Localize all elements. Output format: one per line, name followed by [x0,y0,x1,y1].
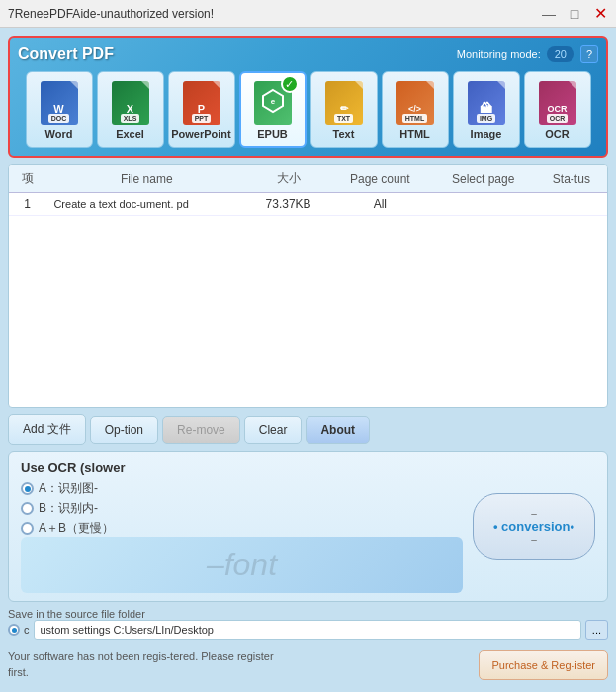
conversion-sub-bottom: – [493,534,574,545]
epub-icon-img: e ✓ [251,79,295,127]
footer: Your software has not been regis-tered. … [8,646,608,684]
cell-size: 73.37KB [247,193,329,216]
excel-icon-img: X XLS [109,79,152,127]
image-badge: IMG [477,114,495,123]
text-doc-icon: ✏ TXT [325,81,363,125]
html-icon-img: </> HTML [394,79,437,127]
remove-button[interactable]: Re-move [162,416,240,444]
image-icon-img: 🏔 IMG [465,79,508,127]
ppt-label: PowerPoint [171,129,231,140]
radio-b[interactable] [21,502,34,515]
format-html[interactable]: </> HTML HTML [382,71,449,148]
col-selectpage: Select page [431,165,536,193]
html-badge: HTML [402,114,427,123]
conversion-label: • conversion• [493,519,574,534]
ocr-doc-icon: OCR OCR [539,81,576,125]
ocr-font-preview: –font [21,537,463,593]
browse-button[interactable]: ... [585,620,608,640]
app-title: 7ReneePDFAide-unauthorized version! [8,7,214,21]
save-path-input[interactable] [34,620,581,640]
window-controls: — □ ✕ [541,6,608,22]
cell-status [536,193,607,216]
col-pagecount: Page count [329,165,431,193]
help-button[interactable]: ? [580,45,598,63]
ocr-option-a-label: A：识别图- [39,480,98,497]
ppt-badge: PPT [192,114,212,123]
file-table-container: 项 File name 大小 Page count Select page St… [8,164,608,408]
image-doc-icon: 🏔 IMG [468,81,505,125]
purchase-button[interactable]: Purchase & Reg-ister [479,650,608,680]
ocr-title: Use OCR (slower [21,460,463,475]
ppt-icon-img: P PPT [180,79,223,127]
save-path-container: c ... [8,620,608,640]
format-ocr[interactable]: OCR OCR OCR [524,71,591,148]
format-excel[interactable]: X XLS Excel [97,71,164,148]
action-buttons: Add 文件 Op-tion Re-move Clear About [8,414,608,445]
ocr-options: A：识别图- B：识别内- A＋B（更慢） [21,480,463,537]
add-file-button[interactable]: Add 文件 [8,414,86,445]
monitoring-text: Monitoring mode: [457,48,541,60]
format-ppt[interactable]: P PPT PowerPoint [168,71,235,148]
word-doc-icon: W DOC [41,81,78,125]
excel-badge: XLS [121,114,140,123]
save-section: Save in the source file folder c ... [8,608,608,640]
ocr-badge: OCR [547,114,569,123]
html-label: HTML [399,129,430,140]
radio-a[interactable] [21,482,34,495]
format-image[interactable]: 🏔 IMG Image [453,71,520,148]
ocr-label: OCR [545,129,569,140]
monitoring-toggle[interactable]: 20 [547,46,574,62]
maximize-button[interactable]: □ [567,6,582,22]
format-epub[interactable]: e ✓ EPUB [239,71,307,148]
ocr-section: Use OCR (slower A：识别图- B：识别内- A＋B（更慢） –f… [8,451,608,602]
monitoring-label: Monitoring mode: 20 [457,46,574,62]
html-doc-icon: </> HTML [396,81,434,125]
close-button[interactable]: ✕ [592,6,608,22]
col-status: Sta-tus [536,165,607,193]
ocr-option-ab[interactable]: A＋B（更慢） [21,520,463,537]
text-icon-img: ✏ TXT [322,79,366,127]
ocr-left: Use OCR (slower A：识别图- B：识别内- A＋B（更慢） –f… [21,460,463,593]
cell-pagecount: All [329,193,431,216]
cell-num: 1 [9,193,45,216]
col-size: 大小 [247,165,329,193]
ocr-option-b[interactable]: B：识别内- [21,500,463,517]
svg-text:e: e [270,97,275,106]
ocr-option-b-label: B：识别内- [39,500,98,517]
ocr-right: – • conversion• – [473,460,595,593]
excel-label: Excel [116,129,144,140]
save-label: Save in the source file folder [8,608,608,620]
convert-title: Convert PDF [18,45,114,63]
text-label: Text [333,129,355,140]
save-path-prefix: c [24,624,30,636]
file-table: 项 File name 大小 Page count Select page St… [9,165,607,216]
word-icon-img: W DOC [38,79,81,127]
minimize-button[interactable]: — [541,6,557,22]
about-button[interactable]: About [306,416,370,444]
word-badge: DOC [48,114,70,123]
ocr-option-a[interactable]: A：识别图- [21,480,463,497]
convert-section: Convert PDF Monitoring mode: 20 ? W DO [8,36,608,158]
word-label: Word [45,129,73,140]
option-button[interactable]: Op-tion [90,416,158,444]
ocr-option-ab-label: A＋B（更慢） [39,520,114,537]
conversion-button[interactable]: – • conversion• – [473,493,595,560]
ppt-doc-icon: P PPT [183,81,220,125]
clear-button[interactable]: Clear [244,416,303,444]
excel-doc-icon: X XLS [112,81,149,125]
format-text[interactable]: ✏ TXT Text [310,71,378,148]
save-radio[interactable] [8,624,20,636]
radio-ab[interactable] [21,522,34,535]
font-preview-text: –font [207,547,277,583]
cell-filename: Create a text doc-ument. pd [45,193,247,216]
epub-check-badge: ✓ [281,75,299,93]
col-filename: File name [45,165,247,193]
format-word[interactable]: W DOC Word [26,71,93,148]
convert-header: Convert PDF Monitoring mode: 20 ? [18,45,598,63]
table-row: 1 Create a text doc-ument. pd 73.37KB Al… [9,193,607,216]
epub-label: EPUB [257,129,288,140]
ocr-icon-img: OCR OCR [536,79,579,127]
titlebar: 7ReneePDFAide-unauthorized version! — □ … [0,0,616,28]
footer-text: Your software has not been regis-tered. … [8,649,285,680]
conversion-sub-top: – [493,508,574,519]
